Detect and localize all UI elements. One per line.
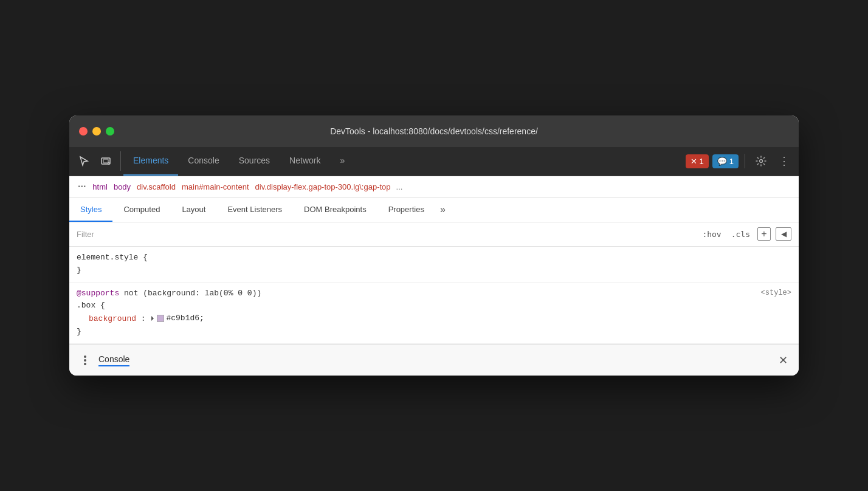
traffic-lights [79,127,114,136]
css-selector-box: .box { [77,301,105,310]
css-supports-condition: not (background: lab(0% 0 0)) [124,289,261,298]
dot-2 [84,359,86,362]
breadcrumb-start-dots[interactable]: ··· [74,181,89,192]
error-icon: ✕ [691,157,697,166]
close-drawer-button[interactable]: ✕ [774,352,791,369]
css-property-background: background [89,314,136,323]
style-source-link[interactable]: <style> [761,287,791,299]
css-rule-content: @supports not (background: lab(0% 0 0)) … [77,287,261,339]
breadcrumb-body[interactable]: body [111,182,134,191]
drawer-menu-icon[interactable] [77,352,94,369]
css-panel: element.style { } @supports not (backgro… [69,247,799,344]
title-bar: DevTools - localhost:8080/docs/devtools/… [69,115,799,147]
dot-1 [84,355,86,358]
hov-button[interactable]: :hov [700,228,723,240]
info-count: 1 [729,157,734,166]
window-title: DevTools - localhost:8080/docs/devtools/… [330,126,538,136]
color-swatch[interactable] [157,315,164,322]
error-count: 1 [700,157,704,166]
inner-tab-more[interactable]: » [435,204,450,215]
tab-properties[interactable]: Properties [377,198,435,222]
breadcrumb-end-dots[interactable]: ... [394,182,405,191]
cls-button[interactable]: .cls [729,228,753,240]
info-badge-button[interactable]: 💬 1 [712,154,739,168]
tab-styles[interactable]: Styles [69,198,112,222]
console-drawer-label: Console [98,354,129,364]
maximize-button[interactable] [106,127,114,136]
minimize-button[interactable] [92,127,101,136]
tab-console[interactable]: Console [178,147,229,176]
inner-tabs-bar: Styles Computed Layout Event Listeners D… [69,198,799,222]
tab-sources[interactable]: Sources [229,147,280,176]
svg-rect-1 [103,159,108,163]
tab-more[interactable]: » [330,147,354,176]
close-button[interactable] [79,127,88,136]
toolbar-separator [745,154,745,168]
console-drawer: Console ✕ [69,344,799,376]
dot-3 [84,363,86,365]
tab-elements[interactable]: Elements [123,147,178,176]
cursor-icon[interactable] [74,151,94,171]
breadcrumb-main[interactable]: main#main-content [179,182,252,191]
info-icon: 💬 [717,157,727,166]
filter-bar: :hov .cls + ◀ [69,222,799,247]
tab-dom-breakpoints[interactable]: DOM Breakpoints [293,198,377,222]
color-expand-arrow[interactable] [151,316,154,321]
breadcrumb-div-flex[interactable]: div.display-flex.gap-top-300.lg\:gap-top [252,182,394,191]
devtools-toolbar: Elements Console Sources Network » ✕ 1 💬 [69,147,799,176]
toolbar-right: ✕ 1 💬 1 ⋮ [686,151,794,171]
devtools-tabs: Elements Console Sources Network » [123,147,686,176]
css-rule-element-style: element.style { } [69,247,799,283]
tab-event-listeners[interactable]: Event Listeners [216,198,293,222]
devtools-window: DevTools - localhost:8080/docs/devtools/… [69,115,799,376]
settings-icon[interactable] [751,151,771,171]
css-closing-brace-1: } [77,266,81,275]
filter-actions: :hov .cls + ◀ [700,227,791,241]
tab-computed[interactable]: Computed [112,198,171,222]
breadcrumb: ··· html body div.scaffold main#main-con… [69,176,799,198]
console-drawer-underline [98,365,129,366]
css-colon: : [141,314,151,323]
collapse-sidebar-button[interactable]: ◀ [776,227,791,241]
breadcrumb-html[interactable]: html [89,182,111,191]
svg-point-3 [760,160,763,163]
tab-layout[interactable]: Layout [171,198,216,222]
console-drawer-tab[interactable]: Console [98,354,129,366]
tab-network[interactable]: Network [280,147,330,176]
css-selector-element-style: element.style { [77,253,148,262]
toolbar-icons [74,151,121,171]
add-style-button[interactable]: + [757,227,771,241]
breadcrumb-div-scaffold[interactable]: div.scaffold [134,182,179,191]
color-swatch-container: #c9b1d6; [150,312,204,325]
device-icon[interactable] [96,151,115,171]
css-value-color: #c9b1d6; [166,312,204,325]
filter-input[interactable] [77,230,695,239]
more-options-icon[interactable]: ⋮ [774,151,794,171]
error-badge-button[interactable]: ✕ 1 [686,154,709,168]
css-at-supports: @supports [77,289,119,298]
css-closing-brace-2: } [77,327,81,336]
svg-point-2 [108,163,110,165]
chevron-left-icon: ◀ [781,230,787,238]
close-icon: ✕ [779,354,788,367]
css-rule-supports: @supports not (background: lab(0% 0 0)) … [69,283,799,345]
